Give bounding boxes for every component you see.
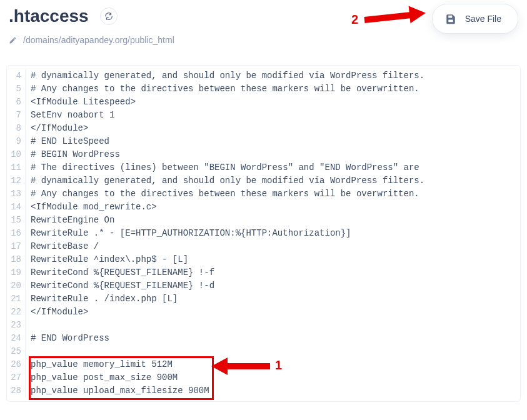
code-line[interactable]: 22</IfModule> [7, 306, 520, 319]
code-text[interactable]: RewriteBase / [31, 240, 99, 253]
line-number: 20 [7, 279, 26, 292]
code-text[interactable]: </IfModule> [31, 306, 88, 319]
code-line[interactable]: 7SetEnv noabort 1 [7, 109, 520, 122]
code-line[interactable]: 9# END LiteSpeed [7, 135, 520, 148]
code-line[interactable]: 13# Any changes to the directives betwee… [7, 188, 520, 201]
line-number: 9 [7, 135, 26, 148]
code-line[interactable]: 5# Any changes to the directives between… [7, 82, 520, 96]
code-text[interactable]: # Any changes to the directives between … [31, 82, 419, 96]
code-line[interactable]: 28php_value upload_max_filesize 900M [7, 384, 520, 398]
code-text[interactable]: </IfModule> [31, 122, 88, 135]
annotation-label-1: 1 [275, 358, 282, 372]
code-text[interactable]: php_value memory_limit 512M [31, 358, 173, 371]
save-file-button[interactable]: Save File [432, 4, 518, 34]
line-number: 17 [7, 240, 26, 253]
code-text[interactable]: RewriteCond %{REQUEST_FILENAME} !-d [31, 279, 214, 292]
refresh-icon [104, 12, 113, 21]
code-text[interactable]: # END WordPress [31, 332, 109, 345]
code-line[interactable]: 6<IfModule Litespeed> [7, 96, 520, 109]
line-number: 22 [7, 306, 26, 319]
line-number: 23 [7, 319, 26, 332]
editor-header: .htaccess Save File /domains/adityapande… [0, 0, 527, 50]
code-line[interactable]: 19RewriteCond %{REQUEST_FILENAME} !-f [7, 266, 520, 279]
code-line[interactable]: 18RewriteRule ^index\.php$ - [L] [7, 253, 520, 266]
code-text[interactable]: php_value upload_max_filesize 900M [31, 384, 209, 398]
code-text[interactable]: RewriteEngine On [31, 214, 114, 227]
code-text[interactable]: php_value post_max_size 900M [31, 371, 178, 384]
save-file-label: Save File [465, 14, 501, 24]
code-text[interactable]: RewriteRule ^index\.php$ - [L] [31, 253, 188, 266]
breadcrumb-path: /domains/adityapandey.org/public_html [23, 35, 174, 45]
line-number: 8 [7, 122, 26, 135]
code-line[interactable]: 25 [7, 345, 520, 358]
line-number: 6 [7, 96, 26, 109]
code-text[interactable]: RewriteRule .* - [E=HTTP_AUTHORIZATION:%… [31, 227, 351, 240]
pencil-icon [9, 36, 17, 44]
line-number: 28 [7, 384, 26, 398]
line-number: 10 [7, 148, 26, 161]
code-line[interactable]: 27php_value post_max_size 900M [7, 371, 520, 384]
line-number: 4 [7, 69, 26, 82]
code-line[interactable]: 14<IfModule mod_rewrite.c> [7, 201, 520, 214]
code-text[interactable]: # END LiteSpeed [31, 135, 109, 148]
line-number: 16 [7, 227, 26, 240]
line-number: 26 [7, 358, 26, 371]
code-line[interactable]: 23 [7, 319, 520, 332]
code-text[interactable]: <IfModule Litespeed> [31, 96, 136, 109]
code-text[interactable]: # dynamically generated, and should only… [31, 174, 424, 188]
line-number: 21 [7, 292, 26, 306]
line-number: 15 [7, 214, 26, 227]
code-text[interactable]: # BEGIN WordPress [31, 148, 120, 161]
code-text[interactable]: <IfModule mod_rewrite.c> [31, 201, 157, 214]
line-number: 24 [7, 332, 26, 345]
line-number: 25 [7, 345, 26, 358]
save-icon [445, 13, 456, 24]
code-line[interactable]: 26php_value memory_limit 512M [7, 358, 520, 371]
line-number: 14 [7, 201, 26, 214]
line-number: 5 [7, 82, 26, 96]
code-line[interactable]: 12# dynamically generated, and should on… [7, 174, 520, 188]
line-number: 19 [7, 266, 26, 279]
code-text[interactable]: # Any changes to the directives between … [31, 188, 419, 201]
code-line[interactable]: 20RewriteCond %{REQUEST_FILENAME} !-d [7, 279, 520, 292]
breadcrumb[interactable]: /domains/adityapandey.org/public_html [9, 35, 518, 45]
code-line[interactable]: 15RewriteEngine On [7, 214, 520, 227]
line-number: 7 [7, 109, 26, 122]
refresh-button[interactable] [100, 8, 118, 25]
code-line[interactable]: 4# dynamically generated, and should onl… [7, 69, 520, 82]
code-text[interactable]: RewriteRule . /index.php [L] [31, 292, 178, 306]
line-number: 12 [7, 174, 26, 188]
code-text[interactable]: RewriteCond %{REQUEST_FILENAME} !-f [31, 266, 214, 279]
line-number: 11 [7, 161, 26, 174]
code-text[interactable]: SetEnv noabort 1 [31, 109, 114, 122]
code-text[interactable]: # The directives (lines) between "BEGIN … [31, 161, 419, 174]
line-number: 27 [7, 371, 26, 384]
line-number: 18 [7, 253, 26, 266]
code-line[interactable]: 16RewriteRule .* - [E=HTTP_AUTHORIZATION… [7, 227, 520, 240]
line-number: 13 [7, 188, 26, 201]
code-line[interactable]: 10# BEGIN WordPress [7, 148, 520, 161]
file-title: .htaccess [9, 6, 89, 26]
code-line[interactable]: 21RewriteRule . /index.php [L] [7, 292, 520, 306]
code-line[interactable]: 24# END WordPress [7, 332, 520, 345]
code-line[interactable]: 11# The directives (lines) between "BEGI… [7, 161, 520, 174]
title-row: .htaccess Save File [9, 6, 518, 26]
code-line[interactable]: 8</IfModule> [7, 122, 520, 135]
code-editor[interactable]: 4# dynamically generated, and should onl… [6, 65, 521, 402]
code-area[interactable]: 4# dynamically generated, and should onl… [7, 69, 520, 398]
code-line[interactable]: 17RewriteBase / [7, 240, 520, 253]
annotation-label-2: 2 [351, 12, 358, 27]
code-text[interactable]: # dynamically generated, and should only… [31, 69, 424, 82]
